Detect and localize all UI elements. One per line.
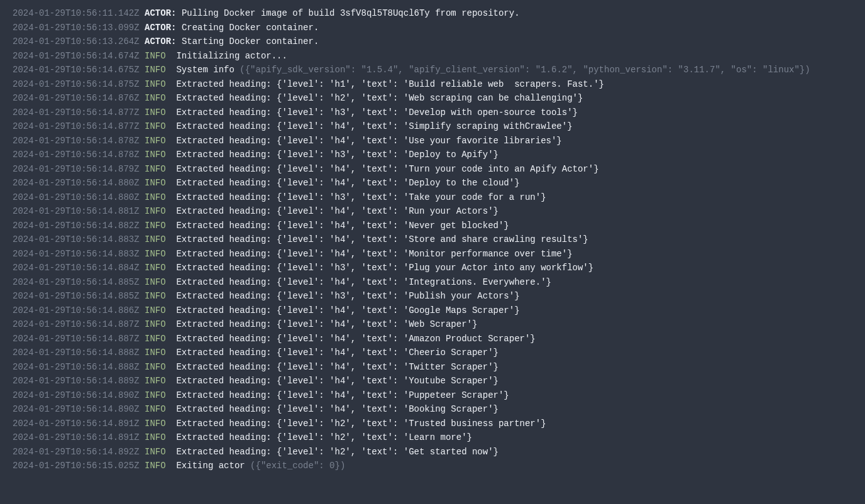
log-timestamp: 2024-01-29T10:56:14.880Z [13,178,140,188]
log-level: INFO [145,291,171,301]
log-message: Extracted heading: {'level': 'h2', 'text… [176,93,583,103]
log-line: 2024-01-29T10:56:15.025Z INFO Exiting ac… [13,459,852,473]
log-line: 2024-01-29T10:56:14.885Z INFO Extracted … [13,289,852,304]
log-timestamp: 2024-01-29T10:56:14.877Z [13,121,140,131]
log-line: 2024-01-29T10:56:14.889Z INFO Extracted … [13,374,852,388]
log-message: Starting Docker container. [182,36,319,47]
log-message: Extracted heading: {'level': 'h3', 'text… [176,291,519,301]
log-level: INFO [145,334,171,344]
log-timestamp: 2024-01-29T10:56:14.882Z [13,221,140,231]
log-timestamp: 2024-01-29T10:56:13.264Z [13,36,140,47]
log-timestamp: 2024-01-29T10:56:14.877Z [13,107,140,118]
log-extra: ({"apify_sdk_version": "1.5.4", "apify_c… [240,65,810,75]
log-level: INFO [145,390,171,400]
log-line: 2024-01-29T10:56:14.880Z INFO Extracted … [13,176,852,190]
log-timestamp: 2024-01-29T10:56:15.025Z [13,461,140,471]
log-timestamp: 2024-01-29T10:56:14.875Z [13,79,140,89]
log-message: Extracted heading: {'level': 'h3', 'text… [176,263,593,273]
log-timestamp: 2024-01-29T10:56:14.675Z [13,65,140,75]
log-message: Extracted heading: {'level': 'h3', 'text… [176,107,578,118]
log-level: INFO [145,136,171,146]
log-message: Extracted heading: {'level': 'h4', 'text… [176,249,572,259]
log-line: 2024-01-29T10:56:14.885Z INFO Extracted … [13,275,852,290]
log-level: ACTOR: [145,8,176,18]
log-line: 2024-01-29T10:56:14.887Z INFO Extracted … [13,332,852,346]
log-message: Creating Docker container. [182,23,319,33]
log-level: INFO [145,178,171,188]
log-message: Extracted heading: {'level': 'h1', 'text… [176,79,604,89]
log-message: System info [176,65,240,75]
log-level: INFO [145,121,171,131]
log-level: ACTOR: [145,23,176,33]
log-level: INFO [145,192,171,202]
log-line: 2024-01-29T10:56:14.890Z INFO Extracted … [13,402,852,417]
log-timestamp: 2024-01-29T10:56:14.883Z [13,249,140,259]
log-line: 2024-01-29T10:56:14.876Z INFO Extracted … [13,91,852,106]
log-message: Extracted heading: {'level': 'h4', 'text… [176,221,509,231]
log-message: Extracted heading: {'level': 'h4', 'text… [176,136,561,146]
log-line: 2024-01-29T10:56:13.099Z ACTOR: Creating… [13,21,852,35]
log-timestamp: 2024-01-29T10:56:14.888Z [13,348,140,358]
log-line: 2024-01-29T10:56:14.878Z INFO Extracted … [13,148,852,162]
log-line: 2024-01-29T10:56:14.879Z INFO Extracted … [13,162,852,177]
log-timestamp: 2024-01-29T10:56:14.878Z [13,136,140,146]
log-line: 2024-01-29T10:56:11.142Z ACTOR: Pulling … [13,6,852,21]
log-timestamp: 2024-01-29T10:56:14.879Z [13,164,140,174]
log-line: 2024-01-29T10:56:14.877Z INFO Extracted … [13,106,852,120]
log-timestamp: 2024-01-29T10:56:14.878Z [13,150,140,160]
log-line: 2024-01-29T10:56:14.883Z INFO Extracted … [13,233,852,247]
log-timestamp: 2024-01-29T10:56:14.891Z [13,419,140,429]
log-message: Extracted heading: {'level': 'h4', 'text… [176,404,498,414]
log-line: 2024-01-29T10:56:14.888Z INFO Extracted … [13,360,852,375]
log-timestamp: 2024-01-29T10:56:14.674Z [13,51,140,61]
log-level: INFO [145,376,171,386]
log-timestamp: 2024-01-29T10:56:14.876Z [13,93,140,103]
log-level: INFO [145,51,171,61]
log-level: INFO [145,419,171,429]
log-level: INFO [145,65,171,75]
log-message: Extracted heading: {'level': 'h2', 'text… [176,447,498,457]
log-level: INFO [145,263,171,273]
log-line: 2024-01-29T10:56:14.880Z INFO Extracted … [13,190,852,205]
log-level: INFO [145,79,171,89]
log-timestamp: 2024-01-29T10:56:14.885Z [13,277,140,287]
log-line: 2024-01-29T10:56:14.883Z INFO Extracted … [13,247,852,261]
log-line: 2024-01-29T10:56:14.887Z INFO Extracted … [13,317,852,332]
log-level: ACTOR: [145,36,176,47]
log-message: Extracted heading: {'level': 'h4', 'text… [176,390,509,400]
log-level: INFO [145,319,171,329]
log-timestamp: 2024-01-29T10:56:13.099Z [13,23,140,33]
log-timestamp: 2024-01-29T10:56:14.880Z [13,192,140,202]
log-level: INFO [145,447,171,457]
log-line: 2024-01-29T10:56:14.891Z INFO Extracted … [13,417,852,431]
log-timestamp: 2024-01-29T10:56:14.887Z [13,334,140,344]
log-timestamp: 2024-01-29T10:56:14.889Z [13,376,140,386]
log-level: INFO [145,305,171,315]
log-timestamp: 2024-01-29T10:56:14.887Z [13,319,140,329]
log-level: INFO [145,150,171,160]
log-message: Initializing actor... [176,51,287,61]
log-level: INFO [145,221,171,231]
log-level: INFO [145,404,171,414]
log-message: Extracted heading: {'level': 'h4', 'text… [176,319,477,329]
log-timestamp: 2024-01-29T10:56:14.888Z [13,362,140,372]
log-line: 2024-01-29T10:56:13.264Z ACTOR: Starting… [13,35,852,49]
log-message: Extracted heading: {'level': 'h3', 'text… [176,192,546,202]
log-message: Exiting actor [176,461,250,471]
log-output: 2024-01-29T10:56:11.142Z ACTOR: Pulling … [13,6,852,473]
log-line: 2024-01-29T10:56:14.882Z INFO Extracted … [13,219,852,233]
log-line: 2024-01-29T10:56:14.891Z INFO Extracted … [13,430,852,445]
log-timestamp: 2024-01-29T10:56:14.884Z [13,263,140,273]
log-level: INFO [145,164,171,174]
log-message: Extracted heading: {'level': 'h4', 'text… [176,164,598,174]
log-line: 2024-01-29T10:56:14.890Z INFO Extracted … [13,388,852,403]
log-timestamp: 2024-01-29T10:56:14.892Z [13,447,140,457]
log-line: 2024-01-29T10:56:14.888Z INFO Extracted … [13,346,852,360]
log-message: Pulling Docker image of build 3sfV8ql5T8… [182,8,520,18]
log-timestamp: 2024-01-29T10:56:14.890Z [13,404,140,414]
log-message: Extracted heading: {'level': 'h4', 'text… [176,348,498,358]
log-line: 2024-01-29T10:56:14.877Z INFO Extracted … [13,119,852,134]
log-message: Extracted heading: {'level': 'h4', 'text… [176,234,588,244]
log-timestamp: 2024-01-29T10:56:11.142Z [13,8,140,18]
log-timestamp: 2024-01-29T10:56:14.881Z [13,206,140,216]
